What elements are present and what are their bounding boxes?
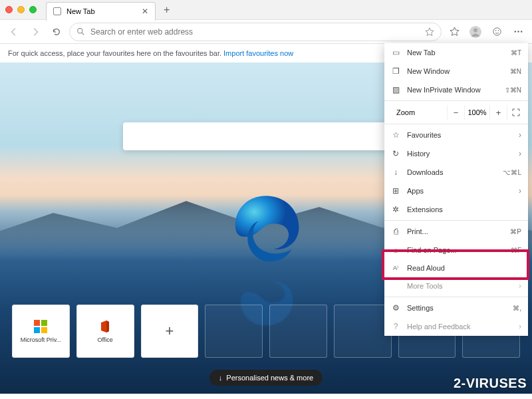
close-window-button[interactable] [5, 6, 13, 13]
chevron-right-icon: › [519, 322, 521, 331]
zoom-window-button[interactable] [29, 6, 37, 13]
zoom-out-button[interactable]: − [447, 105, 464, 120]
arrow-down-icon: ↓ [219, 374, 223, 382]
menu-print[interactable]: ⎙ Print... ⌘P [384, 222, 528, 241]
tile-label: Office [78, 336, 132, 343]
menu-apps[interactable]: ⊞ Apps › [384, 182, 528, 200]
svg-rect-11 [41, 320, 47, 326]
address-placeholder: Search or enter web address [90, 27, 193, 37]
window-controls [5, 6, 37, 13]
chevron-right-icon: › [519, 130, 521, 140]
browser-tab[interactable]: New Tab ✕ [46, 2, 156, 21]
zoom-in-button[interactable]: + [489, 105, 507, 120]
svg-rect-13 [41, 327, 47, 333]
favourite-star-icon[interactable] [425, 27, 434, 37]
menu-read-aloud[interactable]: A⁾ Read Aloud [384, 259, 528, 277]
star-plus-icon [450, 27, 460, 37]
back-button[interactable] [5, 23, 23, 41]
import-favourites-link[interactable]: Import favourites now [223, 49, 293, 57]
tile-microsoft-privacy[interactable]: Microsoft Priv... [12, 305, 70, 358]
personalised-news-button[interactable]: ↓ Personalised news & more [209, 370, 323, 386]
tile-add[interactable]: + [141, 305, 199, 358]
menu-new-window[interactable]: ❐ New Window ⌘N [384, 62, 528, 80]
help-icon: ? [391, 322, 400, 331]
menu-history[interactable]: ↻ History › [384, 144, 528, 163]
edge-logo [229, 192, 303, 265]
chevron-right-icon: › [519, 149, 521, 158]
read-aloud-icon: A⁾ [391, 265, 400, 271]
tile-placeholder[interactable] [269, 305, 327, 358]
window-icon: ❐ [391, 66, 400, 76]
inprivate-icon: ▨ [391, 85, 400, 94]
fullscreen-button[interactable] [507, 105, 524, 120]
ntp-search-box[interactable] [123, 122, 409, 150]
svg-point-2 [473, 28, 477, 32]
window-icon: ▭ [391, 48, 400, 57]
svg-point-0 [78, 29, 82, 33]
svg-rect-10 [34, 320, 40, 326]
svg-point-6 [514, 31, 515, 32]
menu-extensions[interactable]: ✲ Extensions [384, 200, 528, 219]
favourites-prompt-text: For quick access, place your favourites … [8, 49, 221, 57]
tile-placeholder[interactable] [334, 305, 392, 358]
menu-zoom: Zoom − 100% + [384, 102, 528, 122]
apps-icon: ⊞ [391, 186, 400, 196]
star-icon: ☆ [391, 130, 400, 140]
ellipsis-icon [513, 27, 523, 37]
watermark: 2-VIRUSES [454, 376, 527, 391]
plus-icon: + [165, 323, 174, 340]
menu-new-tab[interactable]: ▭ New Tab ⌘T [384, 43, 528, 62]
search-icon [76, 27, 85, 36]
chevron-right-icon: › [519, 186, 521, 196]
svg-point-3 [493, 28, 500, 35]
menu-new-inprivate[interactable]: ▨ New InPrivate Window ⇧⌘N [384, 80, 528, 99]
find-icon: ⌕ [391, 245, 400, 255]
tile-label: Microsoft Priv... [14, 336, 67, 343]
menu-help[interactable]: ? Help and Feedback › [384, 317, 528, 336]
feedback-button[interactable] [488, 23, 505, 41]
extensions-icon: ✲ [391, 205, 400, 214]
user-avatar-icon [469, 25, 482, 39]
tile-office[interactable]: Office [76, 305, 134, 358]
more-menu-button[interactable] [509, 23, 527, 41]
print-icon: ⎙ [391, 227, 400, 236]
page-icon [53, 7, 61, 15]
news-button-label: Personalised news & more [226, 374, 313, 382]
titlebar: New Tab ✕ + [0, 0, 532, 20]
smiley-icon [492, 27, 502, 37]
history-icon: ↻ [391, 149, 400, 158]
more-menu: ▭ New Tab ⌘T ❐ New Window ⌘N ▨ New InPri… [384, 43, 528, 336]
svg-rect-12 [34, 327, 40, 333]
chevron-right-icon: › [519, 281, 521, 291]
refresh-icon [52, 27, 61, 37]
arrow-left-icon [9, 27, 19, 37]
close-tab-button[interactable]: ✕ [142, 7, 148, 16]
refresh-button[interactable] [48, 23, 65, 41]
fullscreen-icon [512, 108, 520, 116]
gear-icon: ⚙ [391, 303, 400, 313]
new-tab-button[interactable]: + [160, 4, 174, 16]
svg-point-5 [497, 30, 499, 31]
forward-button[interactable] [27, 23, 44, 41]
menu-favourites[interactable]: ☆ Favourites › [384, 126, 528, 144]
svg-point-4 [495, 30, 496, 31]
menu-more-tools[interactable]: More Tools › [384, 277, 528, 295]
svg-point-7 [517, 31, 519, 32]
office-icon [98, 319, 112, 334]
microsoft-icon [33, 319, 48, 334]
tile-placeholder[interactable] [205, 305, 263, 358]
minimize-window-button[interactable] [17, 6, 25, 13]
menu-settings[interactable]: ⚙ Settings ⌘, [384, 299, 528, 317]
profile-button[interactable] [467, 23, 484, 41]
toolbar: Search or enter web address [0, 20, 532, 44]
favourites-button[interactable] [446, 23, 463, 41]
menu-downloads[interactable]: ↓ Downloads ⌥⌘L [384, 163, 528, 182]
menu-find[interactable]: ⌕ Find on Page... ⌘F [384, 241, 528, 259]
download-icon: ↓ [391, 168, 400, 177]
zoom-value: 100% [464, 105, 489, 120]
address-bar[interactable]: Search or enter web address [69, 23, 442, 41]
tab-title: New Tab [66, 7, 95, 15]
svg-point-8 [520, 31, 521, 32]
arrow-right-icon [31, 27, 40, 37]
